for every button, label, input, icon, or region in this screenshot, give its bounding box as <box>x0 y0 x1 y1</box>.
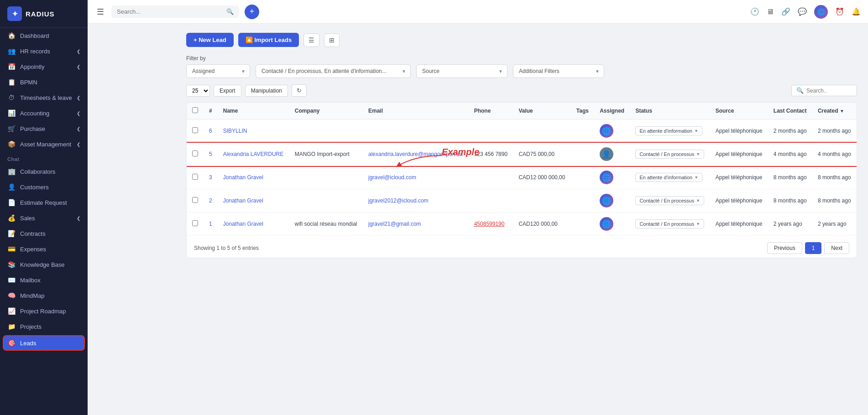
chevron-right-icon: ❮ <box>77 49 80 54</box>
sidebar-item-collaborators[interactable]: 🏢 Collaborators <box>0 164 88 179</box>
row-id: 2 <box>204 189 218 213</box>
row-name[interactable]: Jonathan Gravel <box>218 213 289 236</box>
chevron-right-icon: ❮ <box>77 64 80 69</box>
table-search-wrapper[interactable]: 🔍 <box>791 85 857 96</box>
sidebar-item-contracts[interactable]: 📝 Contracts <box>0 226 88 241</box>
row-checkbox[interactable] <box>187 166 204 189</box>
sidebar-item-dashboard[interactable]: 🏠 Dashboard <box>0 28 88 43</box>
col-last-contact: Last Contact <box>768 103 812 119</box>
row-status[interactable]: En attente d'information ▼ <box>630 119 710 143</box>
search-bar[interactable]: 🔍 <box>111 5 239 18</box>
row-checkbox[interactable] <box>187 189 204 213</box>
chevron-down-icon: ▼ <box>696 198 700 203</box>
row-phone[interactable] <box>469 166 513 189</box>
row-phone[interactable] <box>469 119 513 143</box>
select-all-checkbox[interactable] <box>192 107 198 113</box>
new-lead-button[interactable]: + New Lead <box>186 33 234 47</box>
avatar[interactable]: 🌐 <box>814 5 828 19</box>
row-phone[interactable]: 123 456 7890 <box>469 143 513 166</box>
status-filter[interactable]: Contacté / En processus, En attente d'in… <box>256 64 411 78</box>
row-email[interactable]: jgravel2012@icloud.com <box>363 189 469 213</box>
sidebar-item-label: BPMN <box>20 79 37 86</box>
row-email[interactable]: jgravel21@gmail.com <box>363 213 469 236</box>
sidebar-item-purchase[interactable]: 🛒 Purchase ❮ <box>0 121 88 136</box>
history-icon[interactable]: 🕐 <box>750 7 759 16</box>
sidebar-item-leads[interactable]: 🎯 Leads <box>3 335 85 351</box>
sidebar-item-mailbox[interactable]: ✉️ Mailbox <box>0 272 88 288</box>
row-email[interactable] <box>363 119 469 143</box>
list-view-button[interactable]: ☰ <box>303 33 319 47</box>
import-leads-button[interactable]: 🔼 Import Leads <box>238 33 299 47</box>
assigned-filter[interactable]: Assigned <box>186 64 250 78</box>
sidebar-item-label: Contracts <box>20 230 46 237</box>
row-assigned: 🌐 <box>594 189 630 213</box>
export-button[interactable]: Export <box>214 85 241 97</box>
search-input[interactable] <box>117 8 223 15</box>
search-icon: 🔍 <box>796 87 804 94</box>
previous-button[interactable]: Previous <box>767 242 802 254</box>
clock-icon[interactable]: ⏰ <box>835 7 844 16</box>
per-page-select[interactable]: 25 <box>186 85 210 97</box>
sidebar-item-customers[interactable]: 👤 Customers <box>0 179 88 195</box>
refresh-button[interactable]: ↻ <box>292 84 307 97</box>
sidebar-item-bpmn[interactable]: 📋 BPMN <box>0 74 88 90</box>
avatar: 👤 <box>600 147 613 161</box>
row-email[interactable]: alexandria.laverdure@mangoexport.ca <box>363 143 469 166</box>
app-logo: ✦ RADIUS <box>0 0 88 28</box>
sidebar-item-label: Projects <box>20 323 42 330</box>
bell-icon[interactable]: 🔔 <box>852 7 861 16</box>
row-checkbox[interactable] <box>187 213 204 236</box>
next-button[interactable]: Next <box>824 242 849 254</box>
page-1-button[interactable]: 1 <box>805 242 822 254</box>
projects-icon: 📁 <box>7 323 16 330</box>
additional-filter[interactable]: Additional Filters <box>513 64 604 78</box>
menu-toggle-icon[interactable]: ☰ <box>95 5 106 19</box>
row-name[interactable]: Alexandria LAVERDURE <box>218 143 289 166</box>
row-source: Appel téléphonique <box>710 143 768 166</box>
row-status[interactable]: Contacté / En processus ▼ <box>630 213 710 236</box>
sidebar-item-expenses[interactable]: 💳 Expenses <box>0 241 88 257</box>
row-checkbox[interactable] <box>187 119 204 143</box>
row-phone[interactable] <box>469 189 513 213</box>
sidebar-item-accounting[interactable]: 📊 Accounting ❮ <box>0 105 88 121</box>
chat-icon[interactable]: 💬 <box>798 7 807 16</box>
row-tags <box>571 213 594 236</box>
sidebar-item-label: MindMap <box>20 292 44 299</box>
sidebar-item-sales[interactable]: 💰 Sales ❮ <box>0 210 88 226</box>
row-status[interactable]: Contacté / En processus ▼ <box>630 143 710 166</box>
row-company: MANGO Import-export <box>289 143 363 166</box>
sidebar-item-asset-management[interactable]: 📦 Asset Management ❮ <box>0 136 88 152</box>
table-search-input[interactable] <box>806 88 852 94</box>
row-name[interactable]: Jonathan Gravel <box>218 189 289 213</box>
share-icon[interactable]: 🔗 <box>781 7 790 16</box>
sidebar-item-knowledge-base[interactable]: 📚 Knowledge Base <box>0 257 88 272</box>
col-assigned: Assigned <box>594 103 630 119</box>
manipulation-button[interactable]: Manipulation <box>245 85 288 97</box>
sidebar-item-hr-records[interactable]: 👥 HR records ❮ <box>0 43 88 59</box>
row-name[interactable]: SIBYLLIN <box>218 119 289 143</box>
row-name[interactable]: Jonathan Gravel <box>218 166 289 189</box>
row-source: Appel téléphonique <box>710 189 768 213</box>
phone-link[interactable]: 4508599190 <box>474 221 505 227</box>
row-status[interactable]: Contacté / En processus ▼ <box>630 189 710 213</box>
sidebar-item-appointly[interactable]: 📅 Appointly ❮ <box>0 59 88 74</box>
hr-icon: 👥 <box>7 47 16 55</box>
row-checkbox[interactable] <box>187 143 204 166</box>
sidebar-item-projects[interactable]: 📁 Projects <box>0 319 88 334</box>
sidebar-item-estimate-request[interactable]: 📄 Estimate Request <box>0 195 88 210</box>
sidebar-item-label: Accounting <box>20 110 49 117</box>
screen-icon[interactable]: 🖥 <box>767 8 774 16</box>
source-filter[interactable]: Source <box>416 64 507 78</box>
table-row: 3 Jonathan Gravel jgravel@icloud.com CAD… <box>187 166 857 189</box>
sidebar-item-mindmap[interactable]: 🧠 MindMap <box>0 288 88 303</box>
sidebar-item-label: Appointly <box>20 63 44 70</box>
row-email[interactable]: jgravel@icloud.com <box>363 166 469 189</box>
row-status[interactable]: En attente d'information ▼ <box>630 166 710 189</box>
row-phone[interactable]: 4508599190 <box>469 213 513 236</box>
avatar: 🌐 <box>600 124 613 138</box>
add-button[interactable]: + <box>245 5 259 19</box>
grid-view-button[interactable]: ⊞ <box>324 33 340 47</box>
sidebar-item-timesheets[interactable]: ⏱ Timesheets & leave ❮ <box>0 90 88 105</box>
toolbar: + New Lead 🔼 Import Leads ☰ ⊞ <box>186 33 857 47</box>
sidebar-item-project-roadmap[interactable]: 📈 Project Roadmap <box>0 303 88 319</box>
